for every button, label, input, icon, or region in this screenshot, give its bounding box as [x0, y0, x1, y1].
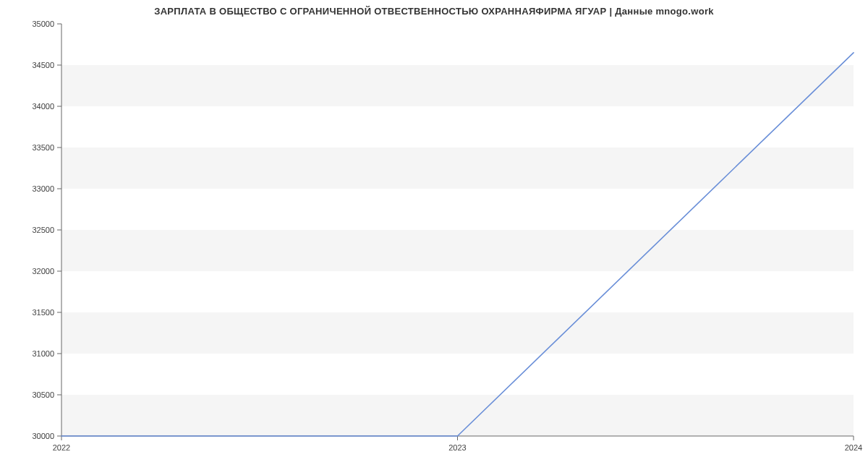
y-tick-label: 35000: [32, 20, 54, 28]
x-tick-label: 2024: [845, 443, 862, 452]
chart-container: ЗАРПЛАТА В ОБЩЕСТВО С ОГРАНИЧЕННОЙ ОТВЕС…: [0, 0, 868, 470]
y-tick-label: 31000: [32, 349, 54, 358]
chart-title: ЗАРПЛАТА В ОБЩЕСТВО С ОГРАНИЧЕННОЙ ОТВЕС…: [0, 0, 868, 17]
y-tick-label: 34000: [32, 102, 54, 111]
grid-band: [61, 230, 854, 271]
y-tick-label: 32500: [32, 226, 54, 234]
y-tick-label: 30000: [32, 432, 54, 440]
grid-band: [61, 65, 854, 106]
x-tick-label: 2023: [448, 443, 466, 452]
y-tick-label: 32000: [32, 267, 54, 275]
y-tick-label: 33000: [32, 184, 54, 193]
y-tick-label: 31500: [32, 308, 54, 317]
line-chart: 3000030500310003150032000325003300033500…: [0, 17, 868, 465]
grid-band: [61, 395, 854, 436]
grid-band: [61, 312, 854, 354]
x-tick-label: 2022: [53, 443, 70, 452]
y-tick-label: 30500: [32, 390, 54, 399]
y-tick-label: 33500: [32, 143, 54, 152]
y-tick-label: 34500: [32, 61, 54, 69]
